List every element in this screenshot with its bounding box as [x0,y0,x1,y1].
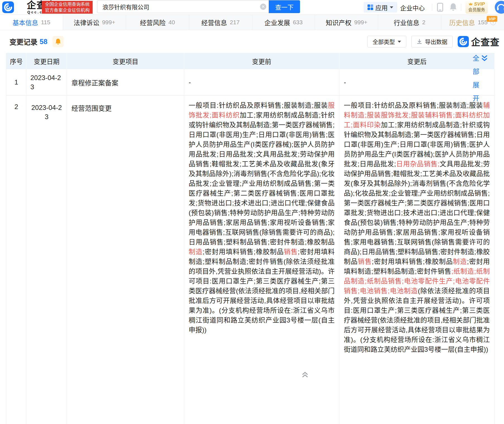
tab-count: 2 [422,19,426,26]
tab-operation-info[interactable]: 经营信息217 [189,15,252,30]
crown-icon [469,2,473,6]
row1-index: 1 [6,69,27,96]
tab-count: 999+ [102,19,115,26]
row1-after-text: - [339,69,495,96]
subscribe-bell-button[interactable] [52,36,64,47]
double-chevron-up-icon [301,371,309,378]
expand-all-label: 全部展开 [472,55,479,108]
svip-label: SVIP [465,1,488,7]
customer-service-mascot-icon[interactable] [495,1,504,14]
change-record-table: 序号 变更日期 变更项目 变更前 变更后 1 2023-04-23 章程修正案备… [6,53,495,424]
tab-count: 40 [169,19,175,26]
row2-after-text: 一般项目:针纺织品及原料销售;服装制造;服装辅料制造;服装服饰批发;服装辅料销售… [339,96,495,424]
tab-count: 115 [41,19,50,26]
tab-label: 经营信息 [201,18,227,27]
tab-legal-litigation[interactable]: 法律诉讼999+ [63,15,126,30]
bell-icon [55,38,61,45]
export-data-label: 导出数据 [425,38,447,46]
svip-membership-badge[interactable]: SVIP 会员服务 [465,1,488,14]
download-icon [417,39,422,44]
enterprise-center-link[interactable]: 企业中心 [400,3,425,12]
table-header-row: 序号 变更日期 变更项目 变更前 变更后 [6,53,495,69]
expand-all-button[interactable]: 全部展开 [472,55,488,108]
tab-industry-info[interactable]: 行业信息2 [378,15,441,30]
tab-label: 法律诉讼 [74,18,99,27]
page: 企查查 Qcc.com 全国企业信用查询系统 官方备案企业征信机构 ✕ 查一下 … [0,0,504,424]
apps-menu-label: 应用 [375,3,388,12]
qcc-logo-icon[interactable] [2,1,14,13]
mobile-app-icon[interactable] [437,3,443,13]
apps-menu-button[interactable]: 应用 [364,2,397,13]
col-header-before: 变更前 [184,53,339,69]
qcc-brand-text: 企查查 [471,35,500,48]
divider [432,4,432,11]
qcc-brand-icon [458,36,469,47]
tab-intellectual-property[interactable]: 知识产权999+ [315,15,378,30]
tab-label: 经营风险 [140,18,166,27]
tab-count: 217 [230,19,240,26]
col-header-date: 变更日期 [27,53,67,69]
col-header-item: 变更项目 [67,53,184,69]
chevron-down-icon [398,41,401,43]
row2-index: 2 [6,96,27,424]
qcc-brand-watermark: 企查查 [458,35,500,48]
row1-item: 章程修正案备案 [67,69,184,96]
section-title: 变更记录 [9,37,37,47]
tab-count: 999+ [354,19,367,26]
vip-badge: VIP [487,16,497,22]
filter-type-button[interactable]: 全部类型 [367,36,406,47]
section-count: 58 [40,38,47,46]
tab-label: 基本信息 [13,18,38,27]
col-header-after: 变更后 [339,53,495,69]
tab-operation-risk[interactable]: 经营风险40 [126,15,189,30]
row2-item: 经营范围变更 [67,96,184,424]
filter-type-label: 全部类型 [373,38,395,46]
table-row: 2 2023-04-23 经营范围变更 一般项目:针纺织品及原料销售;服装制造;… [6,96,495,424]
col-header-index: 序号 [6,53,27,69]
top-header: 企查查 Qcc.com 全国企业信用查询系统 官方备案企业征信机构 ✕ 查一下 … [0,0,504,15]
double-chevron-down-icon [481,55,488,62]
collapse-row-button[interactable] [301,371,309,379]
search-button[interactable]: 查一下 [269,0,300,13]
tab-enterprise-development[interactable]: 企业发展633 [252,15,315,30]
tab-label: 行业信息 [394,18,419,27]
tab-count: 633 [293,19,303,26]
chevron-down-icon [390,6,393,8]
main-tab-bar: 基本信息115 法律诉讼999+ 经营风险40 经营信息217 企业发展633 … [0,15,504,30]
grid-icon [368,4,373,10]
tab-basic-info[interactable]: 基本信息115 [0,15,63,30]
search-input[interactable] [97,0,269,13]
row2-date: 2023-04-23 [27,103,67,121]
section-toolbar: 全部类型 导出数据 企查查 [367,35,500,48]
row2-before-text: 一般项目:针纺织品及原料销售;服装制造;服装服饰批发;面料纺织加工;家用纺织制成… [184,96,339,424]
tab-label: 企业发展 [264,18,290,27]
badge-line2: 官方备案企业征信机构 [42,7,93,13]
search-area: ✕ 查一下 [97,0,300,13]
table-row: 1 2023-04-23 章程修正案备案 - - [6,69,495,96]
tab-label: 历史信息 [449,18,475,27]
change-record-section-header: 变更记录 58 全部类型 导出数据 [0,30,504,53]
tab-label: 知识产权 [326,18,351,27]
tab-history-info[interactable]: VIP 历史信息155 i [441,15,504,30]
tab-count: 155 [478,19,488,26]
export-data-button[interactable]: 导出数据 [411,36,453,47]
official-credit-badge: 全国企业信用查询系统 官方备案企业征信机构 [42,1,93,14]
qcc-spiral-icon [3,3,13,12]
notification-bell-icon[interactable] [449,3,457,12]
row1-date: 2023-04-23 [27,73,67,91]
clear-search-icon[interactable]: ✕ [260,4,266,10]
badge-line1: 全国企业信用查询系统 [42,1,93,7]
divider [461,4,461,11]
row1-before-text: - [184,69,339,96]
svip-sublabel: 会员服务 [465,7,488,13]
divider [397,4,397,11]
